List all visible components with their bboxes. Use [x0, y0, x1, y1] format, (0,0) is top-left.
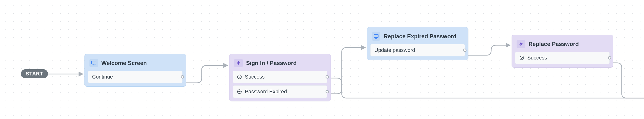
output-port[interactable] [181, 75, 184, 79]
monitor-icon [90, 59, 98, 67]
node-title: Welcome Screen [101, 60, 147, 66]
node-header: Replace Password [515, 38, 610, 52]
row-update-password[interactable]: Update password [370, 44, 465, 56]
node-replace-password[interactable]: Replace Password Success [512, 35, 613, 68]
svg-rect-0 [92, 61, 96, 64]
node-title: Replace Password [528, 41, 579, 47]
node-title: Replace Expired Password [384, 33, 456, 40]
row-label: Success [245, 74, 264, 80]
output-port[interactable] [326, 75, 329, 79]
node-header: Sign In / Password [233, 57, 327, 71]
start-node[interactable]: START [21, 69, 48, 78]
node-title: Sign In / Password [246, 60, 296, 66]
edge-replace-expired-to-replace-password [465, 45, 510, 55]
node-welcome-screen[interactable]: Welcome Screen Continue [84, 54, 186, 87]
row-success[interactable]: Success [233, 71, 327, 83]
check-circle-icon [519, 55, 524, 60]
flow-canvas[interactable]: START Welcome Screen Continue Sign In / … [0, 0, 644, 119]
svg-point-9 [520, 56, 524, 60]
node-header: Replace Expired Password [370, 31, 465, 44]
row-label: Continue [92, 74, 113, 80]
edge-signin-success-to-end-part [327, 78, 644, 98]
lightning-icon [234, 59, 243, 67]
monitor-icon [372, 32, 380, 41]
row-success[interactable]: Success [515, 52, 610, 64]
edge-welcome-to-signin [182, 65, 227, 83]
start-label: START [26, 71, 43, 77]
svg-rect-6 [374, 35, 378, 38]
output-port[interactable] [608, 56, 611, 60]
row-password-expired[interactable]: Password Expired [233, 85, 327, 98]
output-port[interactable] [463, 49, 466, 52]
node-sign-in-password[interactable]: Sign In / Password Success Password Expi… [229, 54, 331, 101]
row-label: Success [527, 55, 547, 61]
check-circle-icon [237, 74, 242, 79]
minus-circle-icon [237, 89, 242, 94]
edge-replace-password-to-end [610, 63, 644, 98]
svg-point-3 [238, 75, 242, 79]
row-label: Password Expired [245, 88, 287, 95]
edge-signin-expired-to-replace-expired [327, 48, 365, 94]
output-port[interactable] [326, 90, 329, 93]
node-header: Welcome Screen [88, 57, 182, 71]
lightning-icon [516, 40, 525, 48]
node-replace-expired-password[interactable]: Replace Expired Password Update password [367, 27, 468, 60]
row-continue[interactable]: Continue [88, 71, 182, 83]
row-label: Update password [374, 47, 415, 53]
